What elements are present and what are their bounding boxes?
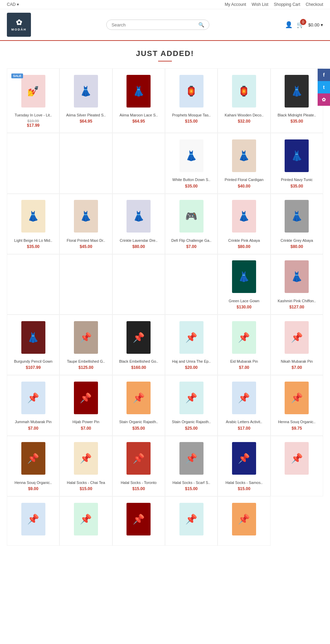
product-image-wrap: 📌 bbox=[274, 440, 320, 477]
product-card[interactable]: 📌 Halal Socks - Chai Tea $15.00 bbox=[59, 436, 112, 496]
product-name: Nikah Mubarak Pin bbox=[281, 359, 313, 364]
product-image-wrap: 📌 bbox=[10, 440, 56, 477]
product-card[interactable]: 📌 Arabic Letters Activit.. $17.00 bbox=[218, 375, 270, 436]
sale-badge: SALE bbox=[11, 74, 23, 78]
product-card[interactable] bbox=[59, 133, 112, 193]
product-card[interactable]: 📌 Taupe Embellished G.. $125.00 bbox=[59, 315, 112, 375]
product-card[interactable]: 📌 Halal Socks - Toronto $15.00 bbox=[112, 436, 165, 496]
product-card[interactable]: 🏮 Prophets Mosque Tas.. $15.00 bbox=[165, 68, 218, 133]
product-card[interactable]: 👗 Light Beige Hi Lo Mid.. $35.00 bbox=[7, 194, 59, 254]
facebook-button[interactable]: f bbox=[318, 69, 330, 81]
product-card[interactable]: 👗 Burgundy Pencil Gown $107.99 bbox=[7, 315, 59, 375]
product-name: Kahani Wooden Deco.. bbox=[225, 113, 264, 117]
product-image-wrap: 👗 bbox=[10, 197, 56, 235]
product-image-wrap: 🎮 bbox=[168, 197, 214, 235]
product-card[interactable] bbox=[59, 254, 112, 315]
logo[interactable]: ✿ MODĀH bbox=[7, 13, 31, 37]
product-card[interactable]: 👗 Floral Printed Maxi Dr.. $45.00 bbox=[59, 194, 112, 254]
product-card[interactable]: 👗 Crinkle Lavendar Dre.. $80.00 bbox=[112, 194, 165, 254]
product-card[interactable] bbox=[165, 254, 218, 315]
product-name: Aiima Silver Pleated S.. bbox=[66, 113, 106, 117]
product-card[interactable]: 👗 Crinkle Pink Abaya $80.00 bbox=[218, 194, 270, 254]
currency-selector[interactable]: CAD ▾ bbox=[7, 2, 19, 7]
product-card[interactable]: 👗 Crinkle Grey Abaya $80.00 bbox=[271, 194, 323, 254]
product-image-wrap: 📌 bbox=[63, 500, 109, 538]
product-image-wrap: 📌 bbox=[221, 500, 267, 538]
product-price: $15.00 bbox=[185, 486, 198, 491]
product-price: $45.00 bbox=[80, 244, 92, 249]
search-input[interactable] bbox=[111, 22, 198, 27]
product-card[interactable] bbox=[7, 133, 59, 193]
product-name: Henna Souq Organic.. bbox=[14, 480, 52, 485]
account-button[interactable]: 👤 bbox=[285, 21, 293, 29]
product-card[interactable]: 👗 Printed Navy Tunic $35.00 bbox=[271, 133, 323, 193]
product-card[interactable] bbox=[7, 254, 59, 315]
product-name: Printed Navy Tunic bbox=[281, 177, 312, 182]
product-card[interactable]: 📌 Eid Mubarak Pin $7.00 bbox=[218, 315, 270, 375]
product-image-wrap: 📌 bbox=[168, 379, 214, 417]
product-price: $17.99 bbox=[27, 123, 40, 128]
product-price: $9.00 bbox=[28, 486, 38, 491]
product-name: Crinkle Lavendar Dre.. bbox=[120, 238, 157, 243]
product-card[interactable]: 📌 bbox=[112, 496, 165, 546]
product-card[interactable]: 👗 Printed Floral Cardigan $40.00 bbox=[218, 133, 270, 193]
product-card[interactable]: 📌 Black Embellished Go.. $160.00 bbox=[112, 315, 165, 375]
product-card[interactable]: 📌 bbox=[7, 496, 59, 546]
product-card[interactable]: 📌 bbox=[218, 496, 270, 546]
product-card[interactable] bbox=[112, 254, 165, 315]
product-image-wrap: 👗 bbox=[274, 137, 320, 174]
product-card[interactable]: 🏮 Kahani Wooden Deco.. $32.00 bbox=[218, 68, 270, 133]
product-card[interactable]: 👗 Black Midnight Pleate.. $35.00 bbox=[271, 68, 323, 133]
product-card[interactable]: 👗 Aiima Silver Pleated S.. $64.95 bbox=[59, 68, 112, 133]
product-image-wrap bbox=[63, 137, 109, 174]
product-card[interactable]: 📌 Stain Organic Rajasth.. $25.00 bbox=[165, 375, 218, 436]
shopping-cart-link[interactable]: Shopping Cart bbox=[274, 2, 300, 7]
product-image-wrap: 📌 bbox=[116, 440, 162, 477]
product-price: $107.99 bbox=[26, 365, 41, 370]
product-card[interactable]: 📌 Haj and Umra The Ep.. $20.00 bbox=[165, 315, 218, 375]
product-price: $127.00 bbox=[289, 305, 304, 309]
product-name: Aiima Maroon Lace S.. bbox=[120, 113, 158, 117]
product-card[interactable] bbox=[112, 133, 165, 193]
product-card[interactable]: 📌 bbox=[271, 436, 323, 496]
product-card[interactable]: 📌 Stain Organic Rajasth.. $35.00 bbox=[112, 375, 165, 436]
product-price: $80.00 bbox=[132, 244, 145, 249]
twitter-button[interactable]: t bbox=[318, 81, 330, 93]
product-card[interactable]: 📌 bbox=[59, 496, 112, 546]
product-name: Halal Socks - Samos.. bbox=[226, 480, 263, 485]
product-name: Haj and Umra The Ep.. bbox=[172, 359, 211, 364]
product-card[interactable]: 📌 Hijab Power Pin $7.00 bbox=[59, 375, 112, 436]
checkout-link[interactable]: Checkout bbox=[306, 2, 323, 7]
wish-list-link[interactable]: Wish List bbox=[252, 2, 268, 7]
product-price: $160.00 bbox=[131, 365, 146, 370]
product-name: Jummah Mubarak Pin bbox=[15, 419, 52, 424]
product-card[interactable]: SALE 💅 Tuesday In Love - Lit.. $19.99$17… bbox=[7, 68, 59, 133]
product-card[interactable]: 👗 Green Lace Gown $130.00 bbox=[218, 254, 270, 315]
product-card[interactable]: 📌 Jummah Mubarak Pin $7.00 bbox=[7, 375, 59, 436]
instagram-button[interactable]: ✿ bbox=[318, 93, 330, 106]
product-card[interactable]: 📌 Nikah Mubarak Pin $7.00 bbox=[271, 315, 323, 375]
title-underline bbox=[158, 61, 172, 61]
product-name: Henna Souq Organic.. bbox=[278, 419, 316, 424]
product-card[interactable]: 📌 Halal Socks - Samos.. $15.00 bbox=[218, 436, 270, 496]
product-name: Stain Organic Rajasth.. bbox=[119, 419, 158, 424]
product-image-wrap: 👗 bbox=[168, 137, 214, 174]
my-account-link[interactable]: My Account bbox=[225, 2, 246, 7]
product-name: Crinkle Grey Abaya bbox=[280, 238, 313, 243]
product-price: $40.00 bbox=[238, 184, 251, 189]
product-card[interactable]: 👗 Kashmiri Pink Chiffon.. $127.00 bbox=[271, 254, 323, 315]
product-card[interactable]: 📌 Henna Souq Organic.. $9.75 bbox=[271, 375, 323, 436]
product-name: Prophets Mosque Tas.. bbox=[172, 113, 211, 117]
product-card[interactable]: 👗 Aiima Maroon Lace S.. $64.95 bbox=[112, 68, 165, 133]
product-image-wrap: 📌 bbox=[168, 500, 214, 538]
search-icon[interactable]: 🔍 bbox=[198, 22, 204, 27]
product-image-wrap: 📌 bbox=[63, 379, 109, 417]
product-image-wrap: 📌 bbox=[274, 379, 320, 417]
product-card[interactable]: 📌 Henna Souq Organic.. $9.00 bbox=[7, 436, 59, 496]
product-card[interactable]: 📌 Halal Socks - Scarf S.. $15.00 bbox=[165, 436, 218, 496]
product-price: $20.00 bbox=[185, 365, 198, 370]
product-name: Tuesday In Love - Lit.. bbox=[14, 113, 52, 117]
product-card[interactable]: 🎮 Defi Flip Challenge Ga.. $7.00 bbox=[165, 194, 218, 254]
product-card[interactable]: 👗 White Button Down S.. $35.00 bbox=[165, 133, 218, 193]
product-card[interactable]: 📌 bbox=[165, 496, 218, 546]
